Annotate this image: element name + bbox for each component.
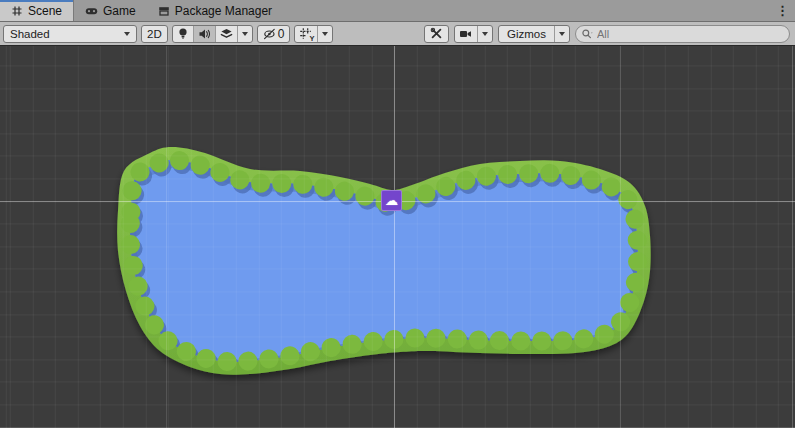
gizmos-button[interactable]: Gizmos	[499, 26, 554, 42]
shading-mode-dropdown[interactable]: Shaded	[3, 25, 137, 43]
search-input[interactable]	[597, 28, 785, 40]
grid-dropdown-button[interactable]	[317, 26, 332, 42]
gizmos-dropdown-button[interactable]	[554, 26, 569, 42]
tab-package-manager[interactable]: Package Manager	[147, 0, 283, 21]
grid-visual-group: Y	[294, 25, 333, 43]
grid-visibility-button[interactable]: Y	[295, 26, 317, 42]
gizmos-label: Gizmos	[507, 28, 546, 40]
unity-editor-window: { "window": { "tabs": [ { "label": "Scen…	[0, 0, 795, 428]
hidden-eye-icon	[263, 28, 277, 40]
speaker-icon	[198, 28, 211, 40]
kebab-menu-icon[interactable]: ⋮	[770, 0, 795, 21]
grid-axis-letter: Y	[309, 35, 314, 43]
shading-mode-label: Shaded	[10, 28, 50, 40]
hidden-count-label: 0	[278, 27, 285, 41]
scene-grid-icon	[11, 5, 23, 17]
package-icon	[158, 5, 170, 17]
chevron-down-icon	[242, 32, 248, 36]
tools-wrench-icon	[430, 27, 443, 40]
view-options-group	[172, 25, 253, 43]
tab-bar: Scene Game Package Manager ⋮	[0, 0, 795, 22]
scene-search-field[interactable]	[575, 25, 790, 43]
toolbar-right-group: Gizmos	[424, 25, 792, 43]
camera-icon	[459, 28, 473, 40]
scene-camera-button[interactable]	[455, 26, 477, 42]
scene-viewport[interactable]: ☁	[0, 46, 795, 428]
chevron-down-icon	[559, 32, 565, 36]
tab-scene[interactable]: Scene	[0, 0, 74, 21]
cloud-icon: ☁	[385, 194, 398, 207]
lighting-toggle-button[interactable]	[173, 26, 193, 42]
chevron-down-icon	[124, 32, 130, 36]
sprite-shape-blob[interactable]	[0, 46, 795, 428]
lightbulb-icon	[177, 27, 189, 40]
tab-scene-label: Scene	[28, 4, 62, 18]
effects-dropdown-button[interactable]	[237, 26, 252, 42]
camera-dropdown-button[interactable]	[477, 26, 492, 42]
toggle-2d-label: 2D	[147, 28, 162, 40]
toggle-2d-button[interactable]: 2D	[141, 25, 168, 43]
sprite-shape-gizmo-icon[interactable]: ☁	[381, 190, 402, 211]
tab-package-manager-label: Package Manager	[175, 4, 272, 18]
component-tools-button[interactable]	[424, 25, 449, 43]
effects-toggle-button[interactable]	[215, 26, 237, 42]
scene-visibility-button[interactable]: 0	[257, 25, 291, 43]
tab-game[interactable]: Game	[74, 0, 147, 21]
tab-game-label: Game	[103, 4, 136, 18]
gamepad-icon	[85, 5, 98, 17]
camera-group	[454, 25, 493, 43]
scene-toolbar: Shaded 2D	[0, 22, 795, 46]
gizmos-group: Gizmos	[498, 25, 570, 43]
search-icon	[581, 28, 594, 40]
audio-toggle-button[interactable]	[193, 26, 215, 42]
chevron-down-icon	[482, 32, 488, 36]
chevron-down-icon	[322, 32, 328, 36]
effects-layers-icon	[220, 28, 233, 40]
